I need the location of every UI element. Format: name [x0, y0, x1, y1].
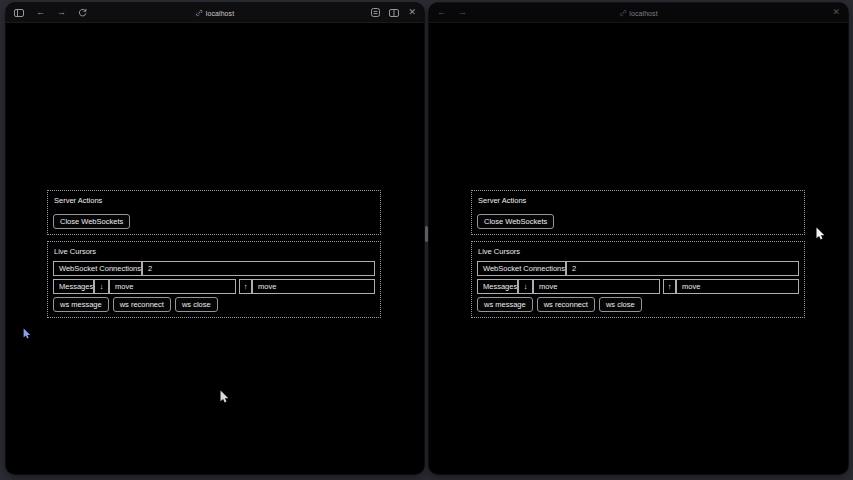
- page-menu-icon[interactable]: [371, 8, 380, 17]
- titlebar-left-controls: ← →: [14, 8, 87, 17]
- close-websockets-button[interactable]: Close WebSockets: [477, 214, 554, 229]
- browser-window-right: ← → localhost ✕ Server Actions Close Web…: [429, 3, 848, 474]
- live-cursors-box: Live Cursors WebSocket Connections 2 Mes…: [471, 241, 805, 318]
- url-text: localhost: [206, 9, 235, 16]
- titlebar-right-controls: ✕: [371, 8, 416, 17]
- link-icon: [196, 9, 203, 16]
- arrow-up-icon: ↑: [663, 279, 676, 294]
- titlebar-left-controls: ← →: [437, 8, 467, 17]
- back-icon[interactable]: ←: [36, 8, 45, 17]
- server-actions-box: Server Actions Close WebSockets: [47, 190, 381, 235]
- browser-window-left: ← → localhost: [6, 3, 424, 474]
- ws-close-button[interactable]: ws close: [175, 297, 218, 312]
- url-text: localhost: [629, 9, 658, 16]
- url-field[interactable]: localhost: [619, 9, 658, 16]
- arrow-up-icon: ↑: [239, 279, 252, 294]
- messages-row: Messages ↓ move ↑ move: [477, 279, 799, 294]
- messages-label: Messages: [53, 279, 94, 294]
- live-cursors-title: Live Cursors: [478, 247, 799, 257]
- message-sent-value: move: [252, 279, 375, 294]
- connections-label: WebSocket Connections: [477, 261, 566, 276]
- messages-label: Messages: [477, 279, 518, 294]
- app-panel: Server Actions Close WebSockets Live Cur…: [471, 190, 805, 318]
- forward-icon[interactable]: →: [458, 8, 467, 17]
- server-actions-box: Server Actions Close WebSockets: [471, 190, 805, 235]
- connections-value: 2: [566, 261, 799, 276]
- ws-close-button[interactable]: ws close: [599, 297, 642, 312]
- ws-reconnect-button[interactable]: ws reconnect: [537, 297, 595, 312]
- reload-icon[interactable]: [78, 8, 87, 17]
- server-actions-title: Server Actions: [478, 196, 799, 206]
- arrow-down-icon: ↓: [94, 279, 109, 294]
- connections-row: WebSocket Connections 2: [477, 261, 799, 276]
- close-icon[interactable]: ✕: [408, 8, 416, 17]
- message-sent-value: move: [676, 279, 799, 294]
- titlebar[interactable]: ← → localhost ✕: [429, 3, 848, 23]
- connections-label: WebSocket Connections: [53, 261, 142, 276]
- server-actions-title: Server Actions: [54, 196, 375, 206]
- connections-row: WebSocket Connections 2: [53, 261, 375, 276]
- app-panel: Server Actions Close WebSockets Live Cur…: [47, 190, 381, 318]
- window-resize-handle[interactable]: [425, 226, 428, 242]
- message-received-value: move: [109, 279, 236, 294]
- sidebar-toggle-icon[interactable]: [14, 9, 24, 17]
- forward-icon[interactable]: →: [57, 8, 66, 17]
- ws-message-button[interactable]: ws message: [53, 297, 109, 312]
- titlebar[interactable]: ← → localhost: [6, 3, 424, 23]
- live-cursors-title: Live Cursors: [54, 247, 375, 257]
- titlebar-right-controls: ✕: [832, 8, 840, 17]
- page-content: Server Actions Close WebSockets Live Cur…: [429, 23, 848, 473]
- link-icon: [619, 9, 626, 16]
- ws-message-button[interactable]: ws message: [477, 297, 533, 312]
- ws-buttons-row: ws message ws reconnect ws close: [53, 297, 375, 312]
- ws-buttons-row: ws message ws reconnect ws close: [477, 297, 799, 312]
- back-icon[interactable]: ←: [437, 8, 446, 17]
- messages-row: Messages ↓ move ↑ move: [53, 279, 375, 294]
- arrow-down-icon: ↓: [518, 279, 533, 294]
- close-icon[interactable]: ✕: [832, 8, 840, 17]
- ws-reconnect-button[interactable]: ws reconnect: [113, 297, 171, 312]
- close-websockets-button[interactable]: Close WebSockets: [53, 214, 130, 229]
- message-received-value: move: [533, 279, 660, 294]
- desktop: { "desktop": { "background_color": "#2b2…: [0, 0, 853, 480]
- page-content: Server Actions Close WebSockets Live Cur…: [6, 23, 424, 473]
- connections-value: 2: [142, 261, 375, 276]
- split-view-icon[interactable]: [389, 9, 399, 17]
- url-field[interactable]: localhost: [196, 9, 235, 16]
- live-cursors-box: Live Cursors WebSocket Connections 2 Mes…: [47, 241, 381, 318]
